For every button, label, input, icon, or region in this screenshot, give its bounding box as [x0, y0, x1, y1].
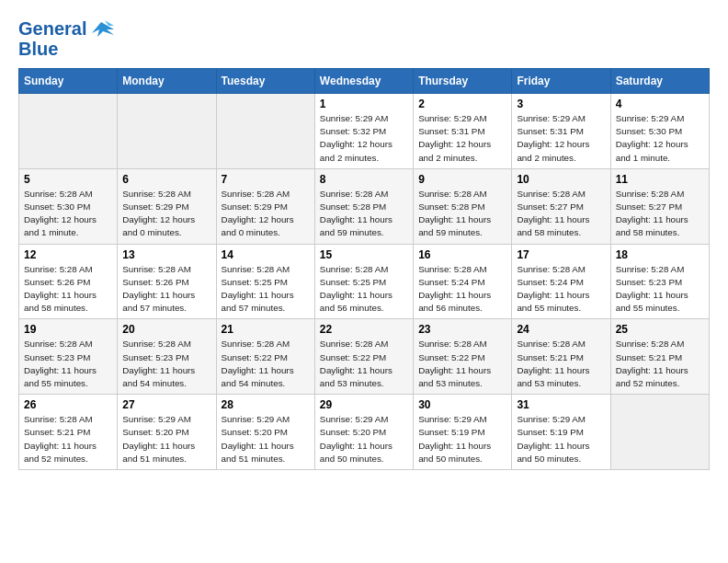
calendar-cell: 14Sunrise: 5:28 AMSunset: 5:25 PMDayligh…	[216, 244, 314, 319]
calendar-cell: 1Sunrise: 5:29 AMSunset: 5:32 PMDaylight…	[314, 94, 413, 169]
sunrise: Sunrise: 5:29 AM	[517, 414, 586, 424]
sunset: Sunset: 5:23 PM	[122, 352, 188, 362]
daylight: Daylight: 11 hours and 51 minutes.	[122, 441, 195, 464]
sunset: Sunset: 5:26 PM	[24, 277, 90, 287]
calendar-cell: 29Sunrise: 5:29 AMSunset: 5:20 PMDayligh…	[314, 395, 413, 470]
sunrise: Sunrise: 5:28 AM	[122, 339, 191, 349]
sunrise: Sunrise: 5:28 AM	[222, 189, 290, 199]
daylight: Daylight: 12 hours and 0 minutes.	[222, 214, 294, 237]
daylight: Daylight: 11 hours and 50 minutes.	[418, 441, 491, 464]
sunrise: Sunrise: 5:28 AM	[517, 189, 586, 199]
day-number: 14	[222, 248, 310, 261]
day-number: 13	[122, 248, 210, 261]
sunset: Sunset: 5:25 PM	[320, 277, 386, 287]
day-info: Sunrise: 5:28 AMSunset: 5:26 PMDaylight:…	[122, 263, 210, 316]
sunrise: Sunrise: 5:28 AM	[517, 264, 586, 274]
sunrise: Sunrise: 5:28 AM	[418, 189, 487, 199]
calendar-cell: 24Sunrise: 5:28 AMSunset: 5:21 PMDayligh…	[512, 319, 610, 395]
sunrise: Sunrise: 5:29 AM	[418, 113, 487, 123]
sunrise: Sunrise: 5:28 AM	[122, 264, 191, 274]
day-number: 17	[517, 248, 605, 261]
day-info: Sunrise: 5:29 AMSunset: 5:31 PMDaylight:…	[517, 112, 605, 165]
calendar-cell: 4Sunrise: 5:29 AMSunset: 5:30 PMDaylight…	[610, 94, 709, 169]
day-info: Sunrise: 5:28 AMSunset: 5:28 PMDaylight:…	[418, 188, 506, 240]
daylight: Daylight: 11 hours and 53 minutes.	[517, 365, 589, 388]
calendar-cell: 12Sunrise: 5:28 AMSunset: 5:26 PMDayligh…	[19, 244, 118, 319]
daylight: Daylight: 12 hours and 0 minutes.	[122, 214, 195, 237]
day-number: 29	[320, 398, 408, 411]
calendar-cell: 23Sunrise: 5:28 AMSunset: 5:22 PMDayligh…	[414, 319, 512, 395]
daylight: Daylight: 11 hours and 52 minutes.	[24, 441, 97, 464]
calendar-cell: 19Sunrise: 5:28 AMSunset: 5:23 PMDayligh…	[19, 319, 118, 395]
sunrise: Sunrise: 5:29 AM	[122, 414, 191, 424]
day-number: 4	[616, 98, 704, 110]
daylight: Daylight: 11 hours and 59 minutes.	[320, 214, 392, 237]
day-number: 8	[320, 173, 408, 186]
day-info: Sunrise: 5:28 AMSunset: 5:29 PMDaylight:…	[222, 188, 310, 240]
calendar-cell	[19, 94, 118, 169]
sunrise: Sunrise: 5:28 AM	[616, 189, 685, 199]
day-info: Sunrise: 5:28 AMSunset: 5:27 PMDaylight:…	[616, 188, 704, 240]
day-number: 10	[517, 173, 605, 186]
sunrise: Sunrise: 5:29 AM	[517, 113, 586, 123]
day-info: Sunrise: 5:29 AMSunset: 5:20 PMDaylight:…	[222, 413, 310, 465]
day-info: Sunrise: 5:29 AMSunset: 5:19 PMDaylight:…	[517, 413, 605, 465]
daylight: Daylight: 11 hours and 58 minutes.	[616, 214, 688, 237]
calendar-table: SundayMondayTuesdayWednesdayThursdayFrid…	[18, 68, 710, 470]
day-number: 7	[222, 173, 310, 186]
day-number: 25	[616, 323, 704, 336]
day-info: Sunrise: 5:28 AMSunset: 5:24 PMDaylight:…	[418, 263, 506, 316]
sunset: Sunset: 5:21 PM	[517, 352, 583, 362]
calendar-cell: 8Sunrise: 5:28 AMSunset: 5:28 PMDaylight…	[314, 168, 413, 244]
weekday-header-row: SundayMondayTuesdayWednesdayThursdayFrid…	[19, 69, 710, 94]
day-number: 11	[616, 173, 704, 186]
weekday-header-tuesday: Tuesday	[216, 69, 314, 94]
daylight: Daylight: 12 hours and 2 minutes.	[320, 139, 392, 162]
day-number: 12	[24, 248, 112, 261]
day-info: Sunrise: 5:28 AMSunset: 5:22 PMDaylight:…	[222, 338, 310, 390]
sunrise: Sunrise: 5:28 AM	[320, 189, 389, 199]
day-info: Sunrise: 5:28 AMSunset: 5:22 PMDaylight:…	[418, 338, 506, 390]
sunset: Sunset: 5:20 PM	[122, 427, 188, 437]
day-number: 15	[320, 248, 408, 261]
sunrise: Sunrise: 5:28 AM	[418, 264, 487, 274]
svg-marker-1	[105, 20, 114, 26]
day-info: Sunrise: 5:28 AMSunset: 5:27 PMDaylight:…	[517, 188, 605, 240]
day-info: Sunrise: 5:29 AMSunset: 5:20 PMDaylight:…	[320, 413, 408, 465]
calendar-cell: 13Sunrise: 5:28 AMSunset: 5:26 PMDayligh…	[118, 244, 216, 319]
daylight: Daylight: 11 hours and 53 minutes.	[320, 365, 392, 388]
calendar-cell: 15Sunrise: 5:28 AMSunset: 5:25 PMDayligh…	[314, 244, 413, 319]
calendar-cell: 30Sunrise: 5:29 AMSunset: 5:19 PMDayligh…	[414, 395, 512, 470]
calendar-cell: 7Sunrise: 5:28 AMSunset: 5:29 PMDaylight…	[216, 168, 314, 244]
daylight: Daylight: 12 hours and 2 minutes.	[517, 139, 589, 162]
sunset: Sunset: 5:31 PM	[517, 126, 583, 136]
day-info: Sunrise: 5:29 AMSunset: 5:32 PMDaylight:…	[320, 112, 408, 165]
sunset: Sunset: 5:26 PM	[122, 277, 188, 287]
page-header: General Blue	[18, 18, 710, 59]
calendar-cell: 31Sunrise: 5:29 AMSunset: 5:19 PMDayligh…	[512, 395, 610, 470]
day-info: Sunrise: 5:28 AMSunset: 5:25 PMDaylight:…	[222, 263, 310, 316]
weekday-header-saturday: Saturday	[610, 69, 709, 94]
logo: General Blue	[18, 18, 114, 59]
calendar-cell	[118, 94, 216, 169]
sunset: Sunset: 5:27 PM	[517, 201, 583, 212]
daylight: Daylight: 11 hours and 58 minutes.	[24, 290, 97, 313]
sunset: Sunset: 5:23 PM	[616, 277, 682, 287]
day-number: 6	[122, 173, 210, 186]
calendar-cell: 16Sunrise: 5:28 AMSunset: 5:24 PMDayligh…	[414, 244, 512, 319]
day-number: 9	[418, 173, 506, 186]
sunset: Sunset: 5:22 PM	[418, 352, 484, 362]
day-info: Sunrise: 5:28 AMSunset: 5:26 PMDaylight:…	[24, 263, 112, 316]
sunrise: Sunrise: 5:28 AM	[24, 414, 93, 424]
sunset: Sunset: 5:27 PM	[616, 201, 682, 212]
daylight: Daylight: 11 hours and 57 minutes.	[122, 290, 195, 313]
day-number: 22	[320, 323, 408, 336]
daylight: Daylight: 12 hours and 1 minute.	[616, 139, 688, 162]
sunset: Sunset: 5:25 PM	[222, 277, 288, 287]
calendar-cell: 18Sunrise: 5:28 AMSunset: 5:23 PMDayligh…	[610, 244, 709, 319]
day-number: 26	[24, 398, 112, 411]
day-number: 28	[222, 398, 310, 411]
sunset: Sunset: 5:20 PM	[222, 427, 288, 437]
day-number: 5	[24, 173, 112, 186]
sunset: Sunset: 5:29 PM	[122, 201, 188, 212]
